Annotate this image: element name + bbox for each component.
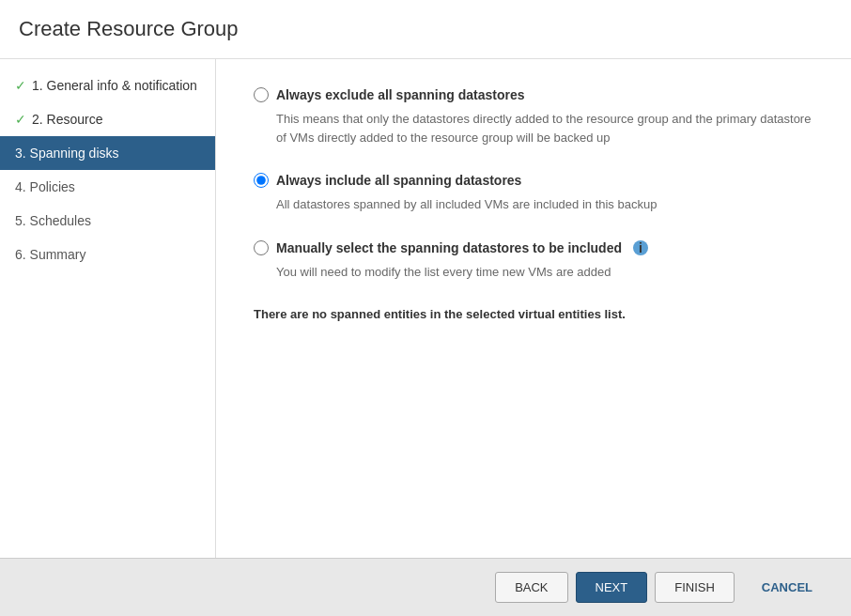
next-button[interactable]: NEXT xyxy=(576,572,648,603)
sidebar-item-step4[interactable]: 4. Policies xyxy=(0,170,215,204)
back-button[interactable]: BACK xyxy=(495,572,567,603)
radio-include-all[interactable] xyxy=(254,173,269,188)
footer: BACK NEXT FINISH CANCEL xyxy=(0,558,851,616)
sidebar-item-step6[interactable]: 6. Summary xyxy=(0,238,215,271)
sidebar-item-label-step5: 5. Schedules xyxy=(15,213,91,228)
cancel-button[interactable]: CANCEL xyxy=(742,572,832,603)
check-icon-step2: ✓ xyxy=(15,112,26,127)
desc-exclude-all: This means that only the datastores dire… xyxy=(276,110,813,146)
sidebar-item-label-step6: 6. Summary xyxy=(15,247,85,262)
desc-manually-select: You will need to modify the list every t… xyxy=(276,263,813,282)
content-area: Always exclude all spanning datastores T… xyxy=(216,59,851,558)
info-icon[interactable]: i xyxy=(633,240,648,255)
check-icon-step1: ✓ xyxy=(15,78,26,93)
label-manually-select: Manually select the spanning datastores … xyxy=(276,240,622,255)
sidebar-item-step3[interactable]: 3. Spanning disks xyxy=(0,136,215,170)
main-content: ✓ 1. General info & notification ✓ 2. Re… xyxy=(0,59,851,558)
finish-button[interactable]: FINISH xyxy=(655,572,735,603)
label-exclude-all: Always exclude all spanning datastores xyxy=(276,87,525,102)
radio-exclude-all[interactable] xyxy=(254,87,269,102)
no-spanned-message: There are no spanned entities in the sel… xyxy=(254,307,813,321)
option-exclude-all: Always exclude all spanning datastores T… xyxy=(254,87,813,146)
radio-manually-select[interactable] xyxy=(254,240,269,255)
sidebar-item-label-step1: 1. General info & notification xyxy=(32,78,197,93)
desc-include-all: All datastores spanned by all included V… xyxy=(276,195,813,214)
option-manually-select: Manually select the spanning datastores … xyxy=(254,240,813,282)
page-header: Create Resource Group xyxy=(0,0,851,59)
sidebar-item-label-step3: 3. Spanning disks xyxy=(15,146,119,161)
sidebar-item-label-step2: 2. Resource xyxy=(32,112,102,127)
sidebar: ✓ 1. General info & notification ✓ 2. Re… xyxy=(0,59,216,558)
sidebar-item-step1[interactable]: ✓ 1. General info & notification xyxy=(0,69,215,102)
sidebar-item-step2[interactable]: ✓ 2. Resource xyxy=(0,102,215,136)
label-include-all: Always include all spanning datastores xyxy=(276,173,521,188)
sidebar-item-label-step4: 4. Policies xyxy=(15,179,75,194)
option-include-all: Always include all spanning datastores A… xyxy=(254,173,813,214)
page-title: Create Resource Group xyxy=(19,17,832,41)
sidebar-item-step5[interactable]: 5. Schedules xyxy=(0,204,215,238)
